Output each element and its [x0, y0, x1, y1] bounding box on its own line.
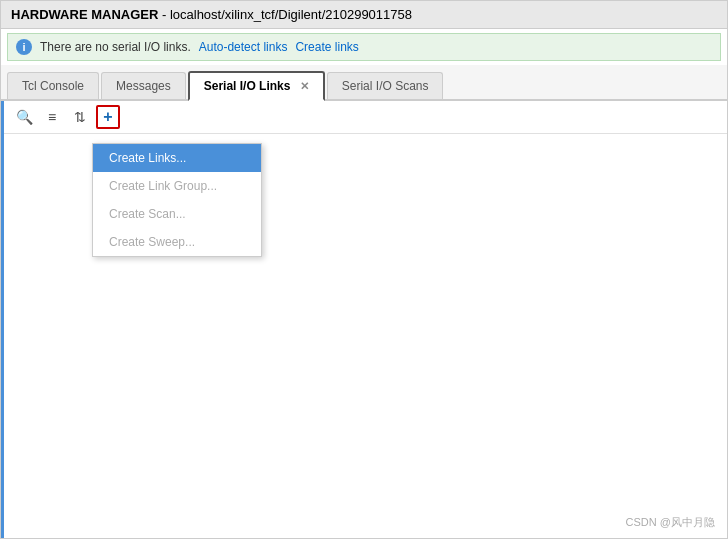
sort-button[interactable]: ⇅ — [68, 105, 92, 129]
dropdown-item-create-link-group: Create Link Group... — [93, 172, 261, 200]
watermark: CSDN @风中月隐 — [626, 515, 715, 530]
search-button[interactable]: 🔍 — [12, 105, 36, 129]
tab-serial-io-links[interactable]: Serial I/O Links ✕ — [188, 71, 325, 101]
tab-close-serial-io-links[interactable]: ✕ — [300, 80, 309, 92]
tabs-container: Tcl Console Messages Serial I/O Links ✕ … — [1, 65, 727, 101]
tab-messages[interactable]: Messages — [101, 72, 186, 99]
dropdown-item-create-scan: Create Scan... — [93, 200, 261, 228]
dropdown-item-create-sweep: Create Sweep... — [93, 228, 261, 256]
auto-detect-links-link[interactable]: Auto-detect links — [199, 40, 288, 54]
main-container: HARDWARE MANAGER - localhost/xilinx_tcf/… — [0, 0, 728, 539]
title-label: HARDWARE MANAGER — [11, 7, 158, 22]
info-bar: i There are no serial I/O links. Auto-de… — [7, 33, 721, 61]
dropdown-item-create-links[interactable]: Create Links... — [93, 144, 261, 172]
sort-icon: ⇅ — [74, 109, 86, 125]
add-button[interactable]: + — [96, 105, 120, 129]
title-path: - localhost/xilinx_tcf/Digilent/21029901… — [158, 7, 412, 22]
info-message: There are no serial I/O links. — [40, 40, 191, 54]
tab-tcl-console[interactable]: Tcl Console — [7, 72, 99, 99]
toolbar: 🔍 ≡ ⇅ + — [4, 101, 727, 134]
add-icon: + — [103, 108, 112, 126]
create-links-link[interactable]: Create links — [295, 40, 358, 54]
search-icon: 🔍 — [16, 109, 33, 125]
content-area: 🔍 ≡ ⇅ + Create Links... Create Link Grou… — [1, 101, 727, 538]
info-icon: i — [16, 39, 32, 55]
title-bar: HARDWARE MANAGER - localhost/xilinx_tcf/… — [1, 1, 727, 29]
filter-button[interactable]: ≡ — [40, 105, 64, 129]
filter-icon: ≡ — [48, 109, 56, 125]
dropdown-menu: Create Links... Create Link Group... Cre… — [92, 143, 262, 257]
tab-serial-io-scans[interactable]: Serial I/O Scans — [327, 72, 444, 99]
